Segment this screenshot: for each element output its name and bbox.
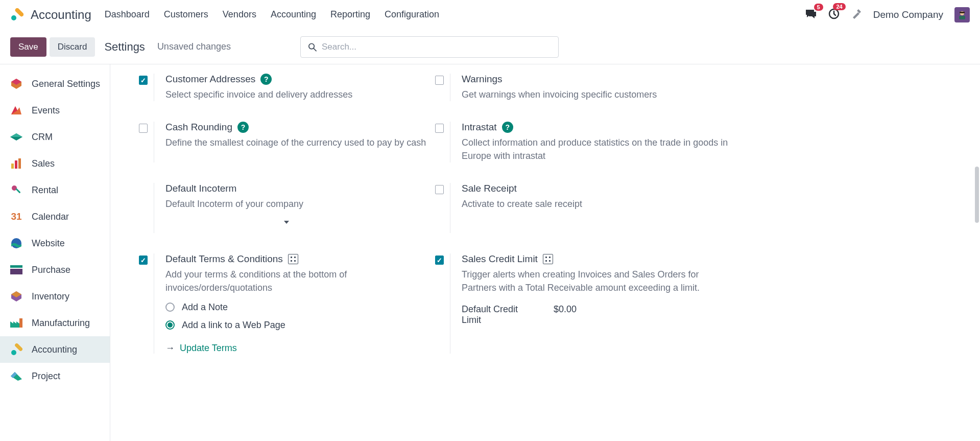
- arrow-right-icon: →: [165, 343, 175, 354]
- sidebar-item-label: Project: [32, 371, 60, 382]
- inventory-icon: [9, 289, 23, 304]
- menu-reporting[interactable]: Reporting: [330, 9, 370, 20]
- sidebar-item-events[interactable]: Events: [0, 97, 110, 124]
- credit-limit-label: Default Credit Limit: [462, 304, 533, 326]
- search-input[interactable]: [322, 42, 551, 52]
- cash-rounding-checkbox[interactable]: [139, 124, 148, 133]
- svg-rect-0: [14, 8, 23, 17]
- menu-customers[interactable]: Customers: [164, 9, 208, 20]
- general-settings-icon: [9, 77, 23, 91]
- settings-sidebar: General Settings Events CRM Sales Rental…: [0, 64, 110, 441]
- sales-credit-limit-checkbox[interactable]: [435, 256, 444, 265]
- setting-title: Default Incoterm: [165, 183, 236, 194]
- crm-icon: [9, 130, 23, 144]
- help-icon[interactable]: ?: [260, 74, 272, 85]
- setting-desc: Define the smallest coinage of the curre…: [165, 136, 433, 149]
- page-title: Settings: [104, 40, 145, 54]
- sidebar-item-label: Calendar: [32, 212, 69, 222]
- messages-button[interactable]: 5: [805, 9, 817, 21]
- sidebar-item-inventory[interactable]: Inventory: [0, 283, 110, 310]
- activities-badge: 24: [833, 3, 845, 10]
- menu-vendors[interactable]: Vendors: [223, 9, 256, 20]
- setting-desc: Default Incoterm of your company: [165, 197, 433, 211]
- svg-rect-21: [19, 318, 22, 328]
- search-icon: [308, 42, 317, 52]
- sidebar-item-rental[interactable]: Rental: [0, 177, 110, 203]
- radio-label: Add a link to a Web Page: [182, 320, 285, 331]
- sidebar-item-manufacturing[interactable]: Manufacturing: [0, 310, 110, 336]
- tools-icon[interactable]: [851, 8, 862, 21]
- company-scope-icon[interactable]: [288, 254, 298, 264]
- radio-add-note[interactable]: Add a Note: [165, 302, 433, 313]
- sidebar-item-label: Purchase: [32, 265, 70, 275]
- menu-configuration[interactable]: Configuration: [385, 9, 439, 20]
- incoterm-dropdown[interactable]: [165, 221, 293, 233]
- purchase-icon: [9, 263, 23, 277]
- sidebar-item-label: Manufacturing: [32, 318, 90, 329]
- setting-default-incoterm: Default Incoterm Default Incoterm of you…: [139, 183, 433, 233]
- company-selector[interactable]: Demo Company: [873, 9, 943, 20]
- setting-title: Cash Rounding: [165, 122, 232, 133]
- svg-rect-11: [11, 164, 14, 169]
- save-button[interactable]: Save: [10, 37, 46, 57]
- sidebar-item-crm[interactable]: CRM: [0, 124, 110, 150]
- unsaved-status: Unsaved changes: [157, 41, 231, 52]
- setting-warnings: Warnings Get warnings when invoicing spe…: [435, 74, 729, 101]
- customer-addresses-checkbox[interactable]: [139, 76, 148, 85]
- messages-badge: 5: [814, 4, 823, 11]
- svg-rect-6: [960, 12, 965, 13]
- body: General Settings Events CRM Sales Rental…: [0, 64, 980, 441]
- credit-limit-value[interactable]: $0.00: [554, 304, 577, 326]
- sidebar-item-calendar[interactable]: 31 Calendar: [0, 203, 110, 230]
- app-title: Accounting: [31, 8, 91, 22]
- help-icon[interactable]: ?: [237, 122, 249, 133]
- svg-rect-22: [14, 343, 22, 352]
- accounting-icon: [9, 342, 23, 357]
- manufacturing-icon: [9, 316, 23, 330]
- brand: Accounting: [10, 8, 105, 22]
- warnings-checkbox[interactable]: [435, 76, 444, 85]
- sidebar-item-website[interactable]: Website: [0, 230, 110, 257]
- sidebar-item-project[interactable]: Project: [0, 363, 110, 389]
- radio-add-link[interactable]: Add a link to a Web Page: [165, 320, 433, 331]
- help-icon[interactable]: ?: [502, 122, 513, 133]
- setting-title: Customer Addresses: [165, 74, 255, 85]
- company-scope-icon[interactable]: [543, 254, 553, 264]
- activities-button[interactable]: 24: [828, 8, 840, 21]
- setting-desc: Trigger alerts when creating Invoices an…: [462, 268, 729, 294]
- setting-desc: Add your terms & conditions at the botto…: [165, 268, 433, 294]
- link-label: Update Terms: [180, 343, 237, 354]
- sidebar-item-sales[interactable]: Sales: [0, 150, 110, 177]
- sale-receipt-checkbox[interactable]: [435, 185, 444, 194]
- svg-rect-17: [10, 265, 22, 268]
- menu-dashboard[interactable]: Dashboard: [105, 9, 150, 20]
- scrollbar-thumb[interactable]: [975, 167, 979, 223]
- update-terms-link[interactable]: → Update Terms: [165, 343, 433, 354]
- discard-button[interactable]: Discard: [50, 37, 95, 57]
- setting-default-terms: Default Terms & Conditions Add your term…: [139, 253, 433, 353]
- sidebar-item-accounting[interactable]: Accounting: [0, 336, 110, 363]
- search-box[interactable]: [300, 36, 559, 58]
- setting-title: Intrastat: [462, 122, 497, 133]
- settings-content: Customer Addresses ? Select specific inv…: [110, 64, 980, 441]
- sidebar-item-label: CRM: [32, 132, 53, 143]
- setting-desc: Get warnings when invoicing specific cus…: [462, 88, 729, 101]
- sidebar-item-general-settings[interactable]: General Settings: [0, 71, 110, 97]
- top-right: 5 24 Demo Company: [805, 7, 970, 22]
- setting-customer-addresses: Customer Addresses ? Select specific inv…: [139, 74, 433, 101]
- menu-accounting[interactable]: Accounting: [271, 9, 316, 20]
- sidebar-item-label: Events: [32, 105, 60, 116]
- user-avatar[interactable]: [954, 7, 970, 22]
- sidebar-item-purchase[interactable]: Purchase: [0, 257, 110, 283]
- svg-point-1: [11, 15, 16, 20]
- sales-icon: [9, 156, 23, 171]
- calendar-icon: 31: [9, 210, 23, 224]
- default-terms-checkbox[interactable]: [139, 256, 148, 265]
- website-icon: [9, 236, 23, 250]
- svg-point-23: [11, 350, 16, 355]
- svg-rect-5: [959, 16, 965, 19]
- svg-rect-13: [18, 158, 21, 169]
- setting-title: Sale Receipt: [462, 183, 517, 194]
- intrastat-checkbox[interactable]: [435, 124, 444, 133]
- radio-icon: [165, 303, 175, 312]
